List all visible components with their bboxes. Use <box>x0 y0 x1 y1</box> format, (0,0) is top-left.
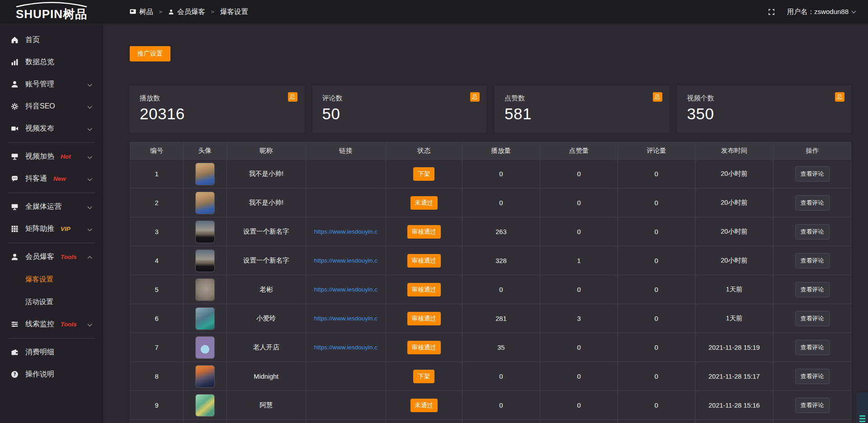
cell-status: 审核通过 <box>386 275 462 304</box>
sidebar-item-0[interactable]: 首页 <box>0 29 103 51</box>
cell-comments: 0 <box>618 333 695 362</box>
sidebar-item-label: 消费明细 <box>25 348 54 357</box>
sidebar-item-18[interactable]: ?操作说明 <box>0 363 103 385</box>
cell-id: 6 <box>130 304 184 333</box>
chevron-down-icon <box>88 322 92 327</box>
status-badge[interactable]: 审核通过 <box>407 225 441 239</box>
cell-comments: 0 <box>618 391 695 419</box>
sidebar-item-3[interactable]: 抖音SEO <box>0 95 103 118</box>
video-link[interactable]: https://www.iesdouyin.c <box>314 257 377 264</box>
view-comments-button[interactable]: 查看评论 <box>795 398 830 413</box>
sidebar-item-1[interactable]: 数据总览 <box>0 51 103 73</box>
sidebar-item-12[interactable]: 会员爆客Tools <box>0 246 103 268</box>
view-comments-button[interactable]: 查看评论 <box>795 369 830 384</box>
cell-likes: 0 <box>540 391 618 419</box>
chevron-down-icon <box>88 82 92 87</box>
cell-comments: 0 <box>618 275 695 304</box>
view-comments-button[interactable]: 查看评论 <box>795 253 830 268</box>
cell-action: 查看评论 <box>774 391 851 419</box>
video-link[interactable]: https://www.iesdouyin.c <box>314 228 377 235</box>
status-badge[interactable]: 审核通过 <box>407 283 441 296</box>
cell-plays <box>462 420 540 423</box>
stat-value: 50 <box>322 105 477 123</box>
sidebar-item-4[interactable]: 视频发布 <box>0 118 103 140</box>
breadcrumb-item-current: 爆客设置 <box>220 7 248 17</box>
cell-nickname: 老人开店 <box>227 333 306 362</box>
cell-id: 8 <box>130 362 184 390</box>
status-badge[interactable]: 下架 <box>413 370 434 383</box>
view-comments-button[interactable]: 查看评论 <box>795 311 830 326</box>
sidebar-subitem-14[interactable]: 活动设置 <box>0 291 103 313</box>
sidebar-subitem-13[interactable]: 爆客设置 <box>0 268 103 291</box>
sidebar-item-tag: VIP <box>61 226 71 232</box>
video-link[interactable]: https://www.iesdouyin.c <box>314 315 377 322</box>
table-row: 6小爱玲https://www.iesdouyin.c审核通过281301天前查… <box>130 304 851 333</box>
sidebar-item-6[interactable]: 视频加热Hot <box>0 146 103 168</box>
cell-avatar <box>184 333 227 362</box>
sidebar-item-10[interactable]: 矩阵助推VIP <box>0 218 103 240</box>
breadcrumb-separator: ＞ <box>210 8 216 16</box>
table-row: 3设置一个新名字https://www.iesdouyin.c审核通过26300… <box>130 217 851 246</box>
stat-card-videos: 视频个数 350 总 <box>677 85 852 133</box>
breadcrumb-item-home[interactable]: 树品 <box>130 7 153 17</box>
chevron-down-icon <box>88 127 92 131</box>
cell-time: 20小时前 <box>695 188 774 217</box>
cell-plays: 0 <box>462 362 540 390</box>
chevron-down-icon <box>88 205 92 209</box>
cell-avatar <box>184 304 227 333</box>
status-badge[interactable]: 审核通过 <box>407 341 441 354</box>
sidebar-item-9[interactable]: 全媒体运营 <box>0 196 103 218</box>
total-badge: 总 <box>653 92 662 102</box>
cell-status: 下架 <box>386 160 462 188</box>
sidebar-item-2[interactable]: 账号管理 <box>0 73 103 95</box>
status-badge[interactable]: 未通过 <box>410 196 438 210</box>
user-menu[interactable]: 用户名：zswodun88 <box>787 8 855 16</box>
sliders-icon <box>10 320 19 329</box>
cell-comments: 0 <box>618 362 695 390</box>
breadcrumb-item-member[interactable]: 会员爆客 <box>168 7 205 17</box>
view-comments-button[interactable]: 查看评论 <box>795 195 830 211</box>
view-comments-button[interactable]: 查看评论 <box>795 224 830 240</box>
cell-avatar <box>184 391 227 419</box>
cell-link <box>306 420 386 423</box>
fullscreen-icon[interactable] <box>768 8 775 16</box>
cartoon-avatar <box>195 336 215 359</box>
stat-label: 播放数 <box>140 94 294 103</box>
cell-plays: 328 <box>462 246 540 275</box>
video-link[interactable]: https://www.iesdouyin.c <box>314 344 377 351</box>
cell-id: 3 <box>130 217 184 246</box>
cell-likes: 0 <box>540 333 618 362</box>
promo-settings-button[interactable]: 推广设置 <box>130 46 170 61</box>
status-badge[interactable]: 下架 <box>413 167 434 181</box>
sidebar-divider <box>8 142 95 143</box>
cell-plays: 281 <box>462 304 540 333</box>
cell-time: 20小时前 <box>695 217 774 246</box>
sidebar-item-7[interactable]: 抖客通New <box>0 168 103 190</box>
status-badge[interactable]: 审核通过 <box>407 312 441 325</box>
top-bar: SHUPIN树品 树品 ＞ 会员爆客 ＞ 爆客设置 <box>0 0 868 24</box>
video-link[interactable]: https://www.iesdouyin.c <box>314 286 377 293</box>
view-comments-button[interactable]: 查看评论 <box>795 282 830 297</box>
stat-card-comments: 评论数 50 总 <box>312 85 487 133</box>
cell-time: 20小时前 <box>695 246 774 275</box>
sidebar-item-tag: Tools <box>61 321 77 328</box>
cell-nickname: 我不是小帅! <box>227 188 306 217</box>
cell-time: 20小时前 <box>695 160 774 188</box>
status-badge[interactable]: 审核通过 <box>407 254 441 268</box>
table-header-row: 编号头像昵称链接状态播放量点赞量评论量发布时间操作 <box>130 142 851 160</box>
table-row: 5老彬https://www.iesdouyin.c审核通过0001天前查看评论 <box>130 275 851 304</box>
floating-widget[interactable] <box>857 392 868 423</box>
grid-icon <box>10 225 19 233</box>
view-comments-button[interactable]: 查看评论 <box>795 340 830 355</box>
cell-plays: 263 <box>462 217 540 246</box>
brand-logo: SHUPIN树品 <box>0 1 103 22</box>
view-comments-button[interactable]: 查看评论 <box>795 166 830 182</box>
sidebar-item-label: 数据总览 <box>25 57 54 67</box>
status-badge[interactable]: 未通过 <box>410 399 438 412</box>
sidebar-item-17[interactable]: 消费明细 <box>0 341 103 363</box>
cell-nickname: 设置一个新名字 <box>227 217 306 246</box>
cell-likes: 0 <box>540 275 618 304</box>
cell-id: 7 <box>130 333 184 362</box>
sidebar-item-15[interactable]: 线索监控Tools <box>0 313 103 335</box>
sidebar-item-label: 操作说明 <box>25 370 54 379</box>
